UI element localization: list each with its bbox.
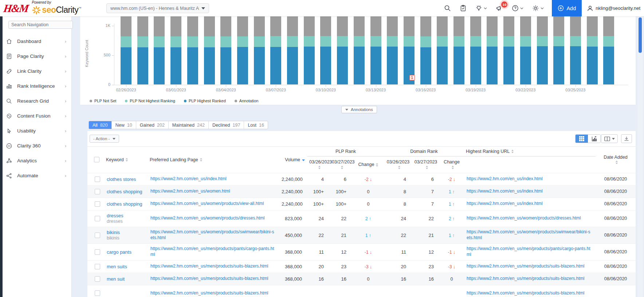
column-header-dom-date1[interactable]: 03/26/2023 bbox=[384, 156, 412, 173]
table-view-button[interactable] bbox=[576, 135, 588, 143]
keyword-link[interactable]: clothes stores bbox=[107, 177, 136, 182]
keyword-link[interactable]: cargo pants bbox=[107, 249, 131, 255]
column-header-plp-date1[interactable]: 03/26/2023 bbox=[307, 156, 330, 173]
preferred-landing-page-link[interactable]: https://www2.hm.com/en_us/women/products… bbox=[150, 229, 276, 241]
column-header-dom-date2[interactable]: 03/27/2023 bbox=[412, 156, 440, 173]
stacked-bar-03/03/2023[interactable] bbox=[204, 16, 215, 84]
row-checkbox[interactable] bbox=[95, 233, 100, 238]
legend-item-plp-not-highest-ranking[interactable]: PLP Not Highest Ranking bbox=[125, 99, 175, 103]
stacked-bar-03/06/2023[interactable] bbox=[254, 16, 265, 84]
tab-declined[interactable]: Declined197 bbox=[209, 121, 244, 129]
legend-item-annotation[interactable]: Annotation bbox=[235, 99, 259, 103]
stacked-bar-03/17/2023[interactable] bbox=[437, 16, 448, 84]
stacked-bar-03/14/2023[interactable] bbox=[387, 16, 398, 84]
download-button[interactable] bbox=[621, 134, 632, 143]
preferred-landing-page-link[interactable]: https://www2.hm.com/en_us/men/products/p… bbox=[150, 246, 276, 257]
stacked-bar-02/28/2023[interactable] bbox=[154, 16, 165, 84]
row-checkbox[interactable] bbox=[95, 201, 100, 207]
preferred-landing-page-link[interactable]: https://www2.hm.com/en_us/men/products/s… bbox=[150, 276, 276, 282]
stacked-bar-03/09/2023[interactable] bbox=[304, 16, 315, 84]
add-button[interactable]: Add bbox=[552, 0, 582, 16]
annotation-marker[interactable]: 1 bbox=[409, 75, 415, 80]
column-header-plp-date2[interactable]: 03/27/2023 bbox=[330, 156, 352, 173]
keyword-link[interactable]: clothes shopping bbox=[107, 201, 142, 207]
column-header-keyword[interactable]: Keyword bbox=[104, 147, 148, 173]
columns-button[interactable] bbox=[601, 134, 618, 143]
domain-selector[interactable]: www.hm.com (US-en) - Hennes & Mauritz AB bbox=[106, 3, 209, 13]
sidebar-item-automate[interactable]: Automate› bbox=[0, 168, 71, 183]
row-checkbox[interactable] bbox=[95, 216, 100, 221]
settings-menu[interactable] bbox=[532, 5, 544, 12]
column-header-highest-ranking-url[interactable]: Highest Ranking URL bbox=[464, 147, 596, 156]
stacked-bar-03/18/2023[interactable] bbox=[453, 16, 464, 84]
keyword-link[interactable]: men suit bbox=[107, 276, 125, 282]
tab-maintained[interactable]: Maintained242 bbox=[169, 121, 209, 129]
stacked-bar-03/24/2023[interactable] bbox=[553, 16, 564, 84]
action-dropdown[interactable]: - Action - bbox=[90, 135, 119, 143]
preferred-landing-page-link[interactable]: https://www2.hm.com/en_us/women.html bbox=[150, 189, 276, 194]
keyword-link[interactable]: clothes shopping bbox=[107, 189, 142, 194]
stacked-bar-03/21/2023[interactable] bbox=[503, 16, 514, 84]
preferred-landing-page-link[interactable]: https://www2.hm.com/en_us/women/products… bbox=[150, 201, 276, 207]
highest-ranking-url-link[interactable]: https://www2.hm.com/en_us/index.html bbox=[467, 176, 593, 182]
tab-new[interactable]: New10 bbox=[112, 121, 136, 129]
stacked-bar-03/01/2023[interactable] bbox=[170, 16, 181, 84]
highest-ranking-url-link[interactable]: https://www2.hm.com/en_us/index.html bbox=[467, 189, 593, 194]
tab-lost[interactable]: Lost16 bbox=[244, 121, 268, 129]
insights-menu[interactable] bbox=[475, 5, 487, 12]
sidebar-item-rank-intelligence[interactable]: Rank Intelligence› bbox=[0, 79, 71, 94]
sidebar-item-clarity-360[interactable]: 360Clarity 360› bbox=[0, 138, 71, 153]
stacked-bar-03/10/2023[interactable] bbox=[320, 16, 331, 84]
stacked-bar-03/08/2023[interactable] bbox=[287, 16, 298, 84]
row-checkbox[interactable] bbox=[95, 177, 100, 182]
row-checkbox[interactable] bbox=[95, 276, 100, 282]
column-header-dom-change[interactable]: Change bbox=[440, 156, 464, 173]
highest-ranking-url-link[interactable]: https://www2.hm.com/en_us/index.html bbox=[467, 201, 593, 207]
tab-gained[interactable]: Gained202 bbox=[136, 121, 169, 129]
preferred-landing-page-link[interactable]: https://www2.hm.com/en_us/index.html bbox=[150, 176, 276, 182]
stacked-bar-03/23/2023[interactable] bbox=[537, 16, 548, 84]
stacked-bar-03/15/2023[interactable] bbox=[404, 16, 415, 84]
chart-view-button[interactable] bbox=[588, 135, 600, 143]
stacked-bar-03/27/2023[interactable] bbox=[603, 16, 614, 84]
stacked-bar-03/19/2023[interactable] bbox=[470, 16, 481, 84]
sidebar-item-usability[interactable]: Usability› bbox=[0, 123, 71, 138]
row-checkbox[interactable] bbox=[95, 249, 100, 255]
stacked-bar-03/26/2023[interactable] bbox=[587, 16, 598, 84]
annotations-button[interactable]: Annotations bbox=[341, 106, 377, 113]
legend-item-plp-not-set[interactable]: PLP Not Set bbox=[90, 99, 116, 103]
stacked-bar-03/20/2023[interactable] bbox=[487, 16, 498, 84]
stacked-bar-03/04/2023[interactable] bbox=[220, 16, 231, 84]
stacked-bar-03/16/2023[interactable] bbox=[420, 16, 431, 84]
sidebar-item-analytics[interactable]: Analytics› bbox=[0, 153, 71, 168]
sidebar-item-dashboard[interactable]: Dashboard› bbox=[0, 34, 71, 49]
stacked-bar-03/05/2023[interactable] bbox=[237, 16, 248, 84]
highest-ranking-url-link[interactable]: https://www2.hm.com/en_us/men/products/s… bbox=[467, 264, 593, 269]
row-checkbox[interactable] bbox=[95, 290, 100, 296]
announcements-icon[interactable]: 10 bbox=[496, 5, 503, 12]
sidebar-item-research-grid[interactable]: Research Grid› bbox=[0, 94, 71, 108]
stacked-bar-03/25/2023[interactable] bbox=[570, 16, 581, 84]
preferred-landing-page-link[interactable]: https://www2.hm.com/en_us/men/products/s… bbox=[150, 290, 276, 296]
stacked-bar-02/26/2023[interactable] bbox=[121, 16, 131, 84]
stacked-bar-03/11/2023[interactable] bbox=[337, 16, 348, 84]
preferred-landing-page-link[interactable]: https://www2.hm.com/en_us/men/products/s… bbox=[150, 264, 276, 269]
user-menu[interactable]: nkling@seoclarity.net bbox=[587, 5, 640, 12]
help-menu[interactable] bbox=[512, 5, 523, 12]
stacked-bar-02/27/2023[interactable] bbox=[137, 16, 148, 84]
tab-all[interactable]: All820 bbox=[89, 121, 112, 129]
column-header-volume[interactable]: Volume bbox=[279, 147, 307, 173]
highest-ranking-url-link[interactable]: https://www2.hm.com/en_us/women/products… bbox=[467, 229, 593, 241]
legend-item-plp-highest-ranked[interactable]: PLP Highest Ranked bbox=[184, 99, 226, 103]
highest-ranking-url-link[interactable]: https://www2.hm.com/en_us/men/products/s… bbox=[467, 276, 593, 282]
sidebar-search-input[interactable] bbox=[8, 21, 73, 29]
stacked-bar-03/22/2023[interactable] bbox=[520, 16, 531, 84]
stacked-bar-03/12/2023[interactable] bbox=[354, 16, 365, 84]
column-header-plp-change[interactable]: Change bbox=[352, 156, 384, 173]
row-checkbox[interactable] bbox=[95, 189, 100, 194]
stacked-bar-03/13/2023[interactable] bbox=[370, 16, 381, 84]
row-checkbox[interactable] bbox=[95, 264, 100, 269]
select-all-checkbox[interactable] bbox=[94, 157, 99, 162]
highest-ranking-url-link[interactable]: https://www2.hm.com/en_us/men/products/s… bbox=[467, 290, 593, 296]
tasks-icon[interactable] bbox=[460, 5, 467, 12]
